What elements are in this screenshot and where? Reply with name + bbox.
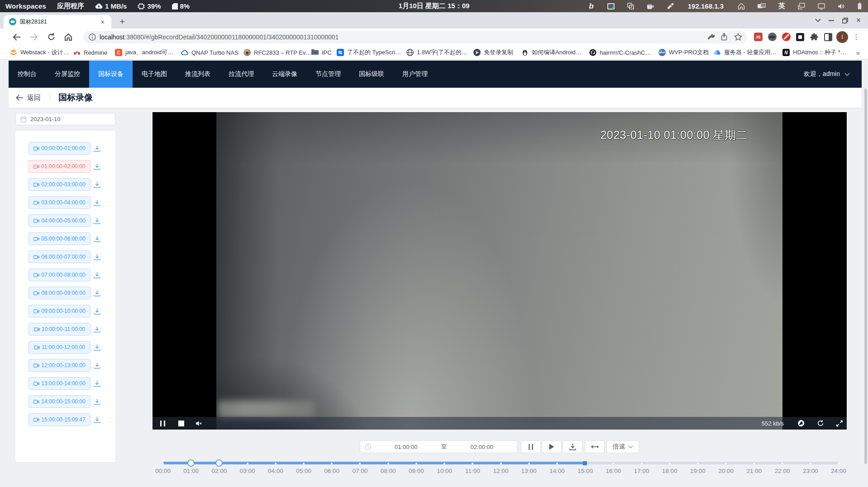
new-tab-button[interactable]: + bbox=[117, 16, 128, 27]
download-button[interactable] bbox=[93, 235, 101, 243]
nav-item-cloud-record[interactable]: 云端录像 bbox=[263, 61, 306, 88]
profile-avatar[interactable]: I bbox=[836, 31, 849, 43]
record-segment-button[interactable]: 05:00:00-06:00:00 bbox=[29, 232, 91, 245]
browser-menu-kebab-icon[interactable]: ⋮ bbox=[850, 31, 863, 43]
bookmark-csdn[interactable]: Cjava、android可… bbox=[114, 47, 174, 58]
bookmark-wvp-doc[interactable]: WVPWVP-PRO文档 bbox=[658, 47, 710, 58]
bookmark-redmine[interactable]: Redmine bbox=[72, 47, 108, 58]
memory-usage-indicator[interactable]: 8% bbox=[167, 0, 196, 12]
nav-item-user-manage[interactable]: 用户管理 bbox=[393, 61, 437, 88]
window-pair-tray-icon[interactable] bbox=[792, 0, 811, 12]
end-time-input[interactable]: 02:00:00 bbox=[447, 444, 517, 450]
bookmark-rfc2833[interactable]: ◉RFC2833 – RTP Ev… bbox=[243, 47, 312, 58]
download-button[interactable] bbox=[93, 343, 101, 351]
window-restore-button[interactable] bbox=[838, 14, 852, 27]
bookmark-zhihu[interactable]: 知了不起的 TypeScri… bbox=[336, 47, 402, 58]
record-segment-button[interactable]: 00:00:00-01:00:00 bbox=[29, 142, 91, 155]
download-button[interactable] bbox=[93, 180, 101, 189]
download-button[interactable] bbox=[93, 397, 101, 406]
download-button[interactable] bbox=[93, 271, 101, 279]
color-picker-tray-icon[interactable] bbox=[661, 0, 680, 12]
extension-screenshot-icon[interactable] bbox=[794, 31, 806, 43]
volume-tray-icon[interactable] bbox=[831, 0, 851, 12]
browser-forward-button[interactable] bbox=[28, 31, 40, 43]
nav-item-pull-proxy[interactable]: 拉流代理 bbox=[219, 61, 263, 88]
bookmark-copy-free[interactable]: ➤免登录复制 bbox=[472, 47, 514, 58]
bookmarks-overflow-chevron[interactable]: » bbox=[853, 47, 863, 58]
network-speed-indicator[interactable]: 1 MB/s bbox=[90, 0, 132, 12]
ip-address-indicator[interactable]: 192.168.1.3 bbox=[680, 0, 731, 12]
date-picker-input[interactable]: 2023-01-10 bbox=[15, 113, 115, 125]
bookmark-18w[interactable]: 1.8W字|了不起的… bbox=[405, 47, 468, 58]
time-range-picker[interactable]: 01:00:00 至 02:00:00 bbox=[360, 440, 517, 453]
record-segment-button[interactable]: 06:00:00-07:00:00 bbox=[29, 251, 91, 263]
bookmark-webstack[interactable]: Webstack - 设计… bbox=[9, 47, 70, 58]
clipboard-tray-icon[interactable] bbox=[621, 0, 640, 12]
browser-reload-button[interactable] bbox=[45, 31, 57, 43]
bookmark-github[interactable]: hairrrrr/C-CrashC… bbox=[588, 47, 652, 58]
download-button[interactable] bbox=[93, 361, 101, 369]
site-info-icon[interactable] bbox=[89, 33, 96, 41]
bookmark-star-icon[interactable] bbox=[734, 33, 742, 41]
extensions-puzzle-icon[interactable] bbox=[808, 31, 820, 43]
download-button[interactable] bbox=[93, 325, 101, 333]
extension-sidebar-icon[interactable] bbox=[822, 31, 835, 43]
nav-item-push-list[interactable]: 推流列表 bbox=[176, 61, 219, 88]
applications-menu[interactable]: 应用程序 bbox=[52, 0, 90, 12]
record-segment-button[interactable]: 12:00:00-13:00:00 bbox=[29, 359, 91, 372]
extension-incognito-icon[interactable] bbox=[766, 31, 778, 43]
player-stop-button[interactable] bbox=[178, 420, 184, 426]
bookmark-android-build[interactable]: 如何编译Android… bbox=[520, 47, 582, 58]
record-segment-button[interactable]: 01:00:00-02:00:00 bbox=[29, 160, 91, 173]
player-mute-icon[interactable] bbox=[196, 420, 202, 426]
bookmark-hdatmos[interactable]: NHDAtmos :: 种子 *… bbox=[782, 47, 847, 58]
browser-home-button[interactable] bbox=[62, 31, 74, 43]
record-segment-button[interactable]: 08:00:00-09:00:00 bbox=[29, 287, 91, 299]
playback-speed-dropdown[interactable]: 倍速 bbox=[606, 440, 639, 453]
record-segment-button[interactable]: 07:00:00-08:00:00 bbox=[29, 269, 91, 281]
record-segment-button[interactable]: 03:00:00-04:00:00 bbox=[29, 196, 91, 209]
download-button[interactable] bbox=[93, 289, 101, 297]
nav-item-gb-device[interactable]: 国标设备 bbox=[89, 61, 133, 88]
tab-close-icon[interactable]: × bbox=[99, 18, 107, 26]
window-menu-chevron-icon[interactable] bbox=[811, 14, 825, 27]
browser-tab[interactable]: 国标28181 × bbox=[4, 15, 111, 28]
extension-js-icon[interactable]: JS bbox=[752, 31, 764, 43]
bookmark-qnap[interactable]: QNAP Turbo NAS bbox=[180, 47, 239, 58]
page-scrollbar-thumb[interactable] bbox=[864, 89, 867, 464]
video-player[interactable]: 2023-01-10 01:00:00 星期二 552 kb/s bbox=[153, 112, 847, 430]
seek-back-button[interactable] bbox=[585, 440, 605, 453]
download-button[interactable] bbox=[93, 217, 101, 225]
download-button[interactable] bbox=[93, 379, 101, 388]
window-close-button[interactable]: × bbox=[852, 14, 865, 27]
screenshot-tray-icon[interactable] bbox=[601, 0, 621, 12]
battery-tray-icon[interactable] bbox=[851, 0, 868, 12]
browser-back-button[interactable] bbox=[11, 31, 23, 43]
record-segment-button[interactable]: 11:00:00-12:00:00 bbox=[29, 341, 91, 354]
record-segment-button[interactable]: 04:00:00-05:00:00 bbox=[29, 214, 91, 227]
coffee-tray-icon[interactable] bbox=[640, 0, 661, 12]
share-icon[interactable] bbox=[721, 33, 729, 41]
nav-item-split-monitor[interactable]: 分屏监控 bbox=[46, 61, 89, 88]
download-button[interactable] bbox=[93, 307, 101, 315]
nav-item-node-manage[interactable]: 节点管理 bbox=[306, 61, 350, 88]
record-segment-button[interactable]: 15:00:00-15:09:47 bbox=[29, 413, 91, 426]
address-bar[interactable]: localhost:38080/#/gbRecordDetail/3402000… bbox=[83, 31, 747, 43]
timeline-start-handle[interactable] bbox=[187, 459, 195, 467]
download-button[interactable] bbox=[93, 162, 101, 170]
bookmark-ipc[interactable]: IPC bbox=[310, 47, 333, 58]
password-key-icon[interactable] bbox=[707, 33, 715, 41]
nav-item-console[interactable]: 控制台 bbox=[9, 61, 46, 88]
record-segment-button[interactable]: 14:00:00-15:00:00 bbox=[29, 395, 91, 408]
start-time-input[interactable]: 01:00:00 bbox=[371, 444, 441, 450]
download-record-button[interactable] bbox=[563, 440, 582, 453]
record-segment-button[interactable]: 02:00:00-03:00:00 bbox=[29, 178, 91, 191]
nav-item-gb-cascade[interactable]: 国标级联 bbox=[350, 61, 393, 88]
snapshot-shutter-icon[interactable] bbox=[798, 420, 804, 426]
record-segment-button[interactable]: 13:00:00-14:00:00 bbox=[29, 377, 91, 390]
input-method-indicator[interactable]: 英 bbox=[772, 0, 792, 12]
back-button[interactable]: 返回 bbox=[16, 94, 41, 102]
download-button[interactable] bbox=[93, 199, 101, 207]
window-minimize-button[interactable] bbox=[825, 14, 838, 27]
player-refresh-icon[interactable] bbox=[817, 420, 824, 426]
